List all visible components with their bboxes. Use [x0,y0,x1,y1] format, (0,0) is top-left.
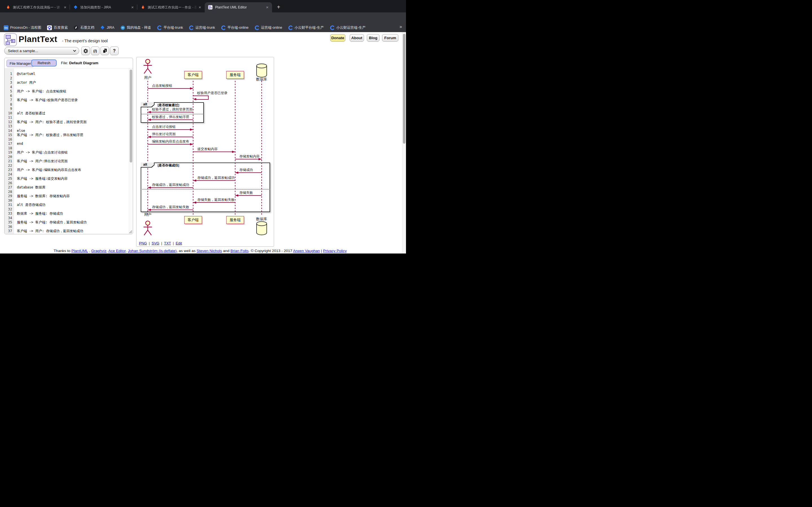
code-line[interactable] [14,225,129,229]
bookmark-item[interactable]: JIRA [100,25,114,30]
export-link-txt[interactable]: TXT [164,241,171,245]
footer-link[interactable]: Privacy Policy [323,249,347,253]
code-line[interactable]: 服务端 -> 客户端: 存储成功，返回发帖成功 [14,220,129,225]
export-link-svg[interactable]: SVG [152,241,159,245]
bookmark-item[interactable]: OnProcessOn - 流程图 [4,25,41,30]
code-line[interactable] [14,146,129,151]
footer-link[interactable]: Steven Nichols [197,249,222,253]
settings-button[interactable] [81,47,90,55]
code-line[interactable]: 客户端 -> 用户: 存储成功，返回发帖成功 [14,229,129,233]
code-line[interactable] [14,76,129,81]
bookmark-item[interactable]: 平台端-trunk [157,25,183,30]
code-line[interactable] [14,107,129,111]
bookmark-item[interactable]: 运营端-online [255,25,282,30]
close-icon[interactable]: × [265,5,270,10]
page-scrollbar-track[interactable] [402,32,406,253]
copy-document-button[interactable] [100,47,109,55]
code-line[interactable] [14,137,129,142]
bookmarks-overflow-icon[interactable]: » [400,24,402,29]
bookmark-item[interactable]: 小云财平台端-生产 [288,25,324,30]
code-line[interactable]: 用户 -> 客户端:编辑发帖内容后点击发布 [14,168,129,172]
line-number: 16 [4,137,14,142]
page-scrollbar-thumb[interactable] [403,34,405,144]
resize-handle-icon[interactable] [129,230,132,233]
code-line[interactable] [14,199,129,203]
footer-link[interactable]: Ace Editor [108,249,126,253]
code-line[interactable]: 用户 -> 客户端:点击发讨论按钮 [14,151,129,155]
code-line[interactable] [14,103,129,107]
code-line[interactable]: 客户端 -> 用户:弹出发讨论页面 [14,159,129,164]
new-tab-button[interactable]: + [275,4,282,11]
code-line[interactable]: 客户端 -> 用户: 校验不通过，跳转登录页面 [14,120,129,124]
browser-tab[interactable]: 测试工程师工作实战演练一 - 课× [3,2,70,12]
footer-link[interactable]: Brian Folts [231,249,249,253]
line-number: 15 [4,133,14,137]
donate-button[interactable]: Donate [330,34,345,42]
code-line[interactable]: 数据库 -> 服务端: 存储成功 [14,212,129,216]
code-line[interactable]: 客户端 -> 用户: 校验通过，弹出发帖浮层 [14,133,129,137]
message-label: 弹出发讨论页面 [152,132,175,136]
code-line[interactable]: database 数据库 [14,185,129,190]
code-line[interactable] [14,207,129,212]
code-line[interactable] [14,124,129,129]
documents-icon [103,48,107,53]
code-line[interactable]: else [14,129,129,133]
editor-scrollbar-thumb[interactable] [130,69,132,163]
refresh-button[interactable]: Refresh [31,59,57,66]
bookmark-item[interactable]: 百度搜索 [47,25,68,30]
code-line[interactable]: actor 用户 [14,80,129,85]
editor-code[interactable]: @startumlactor 用户用户 -> 客户端: 点击发帖按钮客户端 ->… [14,68,129,234]
footer-link[interactable]: Graphviz [91,249,106,253]
code-line[interactable]: 客户端 -> 服务端:提交发帖内容 [14,177,129,181]
code-line[interactable] [14,181,129,186]
export-link-png[interactable]: PNG [139,241,147,245]
footer-link[interactable]: PlantUML [71,249,88,253]
export-link-edit[interactable]: Edit [175,241,182,245]
close-icon[interactable]: × [197,5,202,10]
browser-tab[interactable]: PlantText UML Editor× [205,2,272,12]
close-icon[interactable]: × [130,5,135,10]
code-line[interactable]: 服务端 -> 数据库: 存储发帖内容 [14,194,129,199]
bookmark-item[interactable]: 我的地盘 - 禅道 [120,25,151,30]
code-line[interactable]: @startuml [14,72,129,76]
code-line[interactable] [14,164,129,168]
code-line[interactable] [14,115,129,120]
code-line[interactable]: alt 是否存储成功 [14,203,129,207]
editor-scrollbar-track[interactable] [129,68,133,234]
arrowhead-icon [193,179,196,182]
close-icon[interactable]: × [63,5,68,10]
bookmark-item[interactable]: 石墨文档 [73,25,94,30]
file-manager-button[interactable]: File Manager [6,60,34,67]
code-line[interactable]: 用户 -> 客户端: 点击发帖按钮 [14,89,129,94]
about-button[interactable]: About [350,34,364,42]
forum-button[interactable]: Forum [382,34,398,42]
code-line[interactable]: 客户端 -> 客户端:校验用户是否已登录 [14,98,129,103]
help-button[interactable]: ? [110,47,119,55]
bookmark-item[interactable]: 小云财运营端-生产 [330,25,366,30]
code-line[interactable] [14,172,129,177]
bookmark-label: 百度搜索 [54,25,68,30]
code-line[interactable]: end [14,142,129,146]
alt-frame-tab: alt [141,163,154,168]
sample-select-value: Select a sample... [8,49,73,53]
code-line[interactable] [14,155,129,159]
browser-tab[interactable]: 测试工程师工作实战一 - 作业 - 慕× [137,2,205,12]
code-line[interactable] [14,85,129,90]
code-editor[interactable]: 1234567891011121314151617181920212223242… [4,68,133,234]
code-line[interactable] [14,94,129,98]
footer-link[interactable]: Arwen Vaughan [293,249,320,253]
line-number: 13 [4,124,14,129]
shimo-icon [73,25,79,30]
blog-button[interactable]: Blog [367,34,379,42]
bookmark-item[interactable]: 运营端-trunk [189,25,215,30]
code-line[interactable] [14,216,129,221]
bookmark-item[interactable]: 平台端-online [221,25,249,30]
code-line[interactable]: alt 是否校验通过 [14,111,129,116]
browser-tab[interactable]: 添加问题类型 - JIRA× [70,2,137,12]
code-icon: (/) [93,49,97,53]
code-line[interactable] [14,190,129,194]
footer-link[interactable]: Johan Sundström (js-deflate) [128,249,176,253]
link-separator: | [160,241,163,245]
code-button[interactable]: (/) [91,47,100,55]
sample-select[interactable]: Select a sample... [4,47,79,55]
